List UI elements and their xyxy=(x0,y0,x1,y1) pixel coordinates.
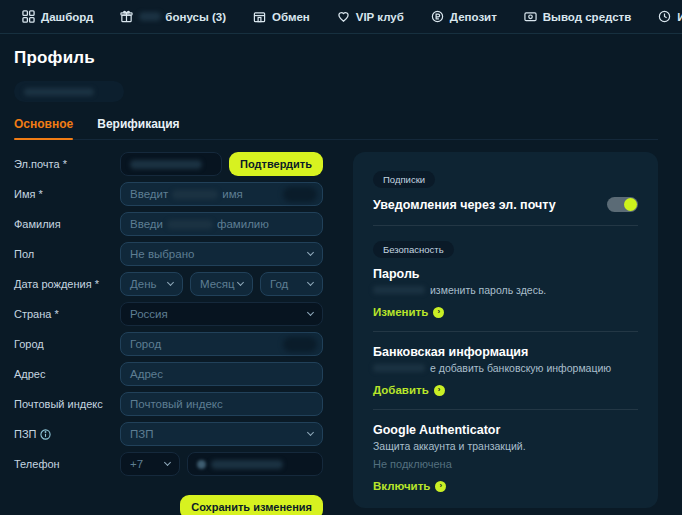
placeholder-text: фамилию xyxy=(217,218,269,230)
postal-code-label: Почтовый индекс xyxy=(14,398,120,410)
placeholder-text: Почтовый индекс xyxy=(130,398,223,410)
city-label: Город xyxy=(14,338,120,350)
last-name-label: Фамилия xyxy=(14,218,120,230)
placeholder-text: ПЗП xyxy=(130,428,153,440)
divider xyxy=(373,409,638,410)
save-changes-button[interactable]: Сохранить изменения xyxy=(180,495,323,515)
redacted-text xyxy=(172,190,218,199)
country-select[interactable]: Россия xyxy=(120,302,323,326)
nav-item-label: VIP клуб xyxy=(356,11,404,23)
security-badge: Безопасность xyxy=(373,241,454,258)
phone-label: Телефон xyxy=(14,458,120,470)
change-password-link[interactable]: Изменить › xyxy=(373,306,638,318)
nav-item-label: Обмен xyxy=(272,11,310,23)
nav-item-bonuses[interactable]: бонусы (3) xyxy=(120,0,226,34)
placeholder-text: Город xyxy=(130,338,161,350)
profile-tabs: Основное Верификация xyxy=(14,117,658,140)
toggle-knob xyxy=(624,198,637,211)
phone-code-select[interactable]: +7 xyxy=(120,452,180,476)
main-content: Профиль Основное Верификация Эл.почта * … xyxy=(0,34,682,515)
label-text: ПЗП xyxy=(14,428,36,440)
tab-general[interactable]: Основное xyxy=(14,117,73,139)
description-text: Защита аккаунта и транзакций. xyxy=(373,440,526,452)
pzp-select[interactable]: ПЗП xyxy=(120,422,323,446)
first-name-label: Имя * xyxy=(14,188,120,200)
nav-item-dashboard[interactable]: Дашборд xyxy=(22,0,93,34)
confirm-email-button[interactable]: Подтвердить xyxy=(229,152,323,176)
link-text: Изменить xyxy=(373,306,428,318)
description-text: изменить пароль здесь. xyxy=(430,284,546,296)
gender-label: Пол xyxy=(14,248,120,260)
postal-code-field[interactable]: Почтовый индекс xyxy=(120,392,323,416)
pzp-label: ПЗП xyxy=(14,428,120,440)
nav-item-exchange[interactable]: Обмен xyxy=(253,0,310,34)
bank-info-title: Банковская информация xyxy=(373,345,638,359)
first-name-field[interactable]: Введит имя xyxy=(120,182,323,206)
link-text: Добавить xyxy=(373,384,429,396)
placeholder-text: Адрес xyxy=(130,368,163,380)
arrow-right-icon: › xyxy=(435,481,446,492)
google-authenticator-section: Google Authenticator Защита аккаунта и т… xyxy=(373,423,638,492)
gift-icon xyxy=(120,10,133,23)
redacted-text xyxy=(373,286,425,294)
redacted-blob xyxy=(283,187,317,202)
description-text: е добавить банковскую информацию xyxy=(430,362,611,374)
form-row-first-name: Имя * Введит имя xyxy=(14,182,323,206)
info-icon[interactable] xyxy=(40,429,51,440)
top-nav: Дашборд бонусы (3) Обмен VIP клуб Депози… xyxy=(0,0,682,34)
profile-form: Эл.почта * Подтвердить Имя * Введит имя xyxy=(14,152,323,515)
city-field[interactable]: Город xyxy=(120,332,323,356)
redacted-blob xyxy=(283,337,317,352)
birth-day-select[interactable]: День xyxy=(120,272,183,296)
tab-verification[interactable]: Верификация xyxy=(97,117,179,139)
enable-google-authenticator-link[interactable]: Включить › xyxy=(373,480,638,492)
heart-icon xyxy=(337,10,350,23)
redacted-text xyxy=(373,364,425,372)
address-label: Адрес xyxy=(14,368,120,380)
email-notifications-toggle[interactable] xyxy=(607,197,638,212)
google-authenticator-title: Google Authenticator xyxy=(373,423,638,437)
placeholder-text: Введи xyxy=(130,218,163,230)
nav-item-history[interactable]: История xyxy=(658,0,682,34)
history-icon xyxy=(658,10,671,23)
bank-info-description: е добавить банковскую информацию xyxy=(373,362,638,374)
page-title: Профиль xyxy=(14,48,658,68)
phone-field[interactable] xyxy=(187,452,323,476)
redacted-text xyxy=(139,12,161,21)
chevron-down-icon xyxy=(164,459,171,466)
add-bank-info-link[interactable]: Добавить › xyxy=(373,384,638,396)
placeholder-text: имя xyxy=(222,188,243,200)
user-id-pill xyxy=(14,81,124,102)
selected-value: Россия xyxy=(130,308,168,320)
address-field[interactable]: Адрес xyxy=(120,362,323,386)
divider xyxy=(373,331,638,332)
country-label: Страна * xyxy=(14,308,120,320)
nav-item-vip-club[interactable]: VIP клуб xyxy=(337,0,404,34)
google-authenticator-status: Не подключена xyxy=(373,458,638,470)
email-field[interactable] xyxy=(120,152,222,176)
last-name-field[interactable]: Введи фамилию xyxy=(120,212,323,236)
link-text: Включить xyxy=(373,480,430,492)
form-row-city: Город Город xyxy=(14,332,323,356)
form-row-birth-date: Дата рождения * День Месяц Год xyxy=(14,272,323,296)
form-row-address: Адрес Адрес xyxy=(14,362,323,386)
selected-value: День xyxy=(130,278,157,290)
chevron-down-icon xyxy=(307,249,314,256)
chevron-down-icon xyxy=(167,279,174,286)
gender-select[interactable]: Не выбрано xyxy=(120,242,323,266)
nav-item-deposit[interactable]: Депозит xyxy=(431,0,497,34)
form-row-gender: Пол Не выбрано xyxy=(14,242,323,266)
redacted-email-value xyxy=(130,160,202,169)
birth-year-select[interactable]: Год xyxy=(260,272,323,296)
withdraw-icon xyxy=(524,10,537,23)
email-label: Эл.почта * xyxy=(14,158,120,170)
form-row-pzp: ПЗП ПЗП xyxy=(14,422,323,446)
nav-item-label: История xyxy=(677,11,682,23)
arrow-right-icon: › xyxy=(433,307,444,318)
birth-month-select[interactable]: Месяц xyxy=(190,272,253,296)
divider xyxy=(373,225,638,226)
form-row-country: Страна * Россия xyxy=(14,302,323,326)
selected-value: Год xyxy=(270,278,288,290)
chevron-down-icon xyxy=(307,279,314,286)
nav-item-withdraw[interactable]: Вывод средств xyxy=(524,0,631,34)
